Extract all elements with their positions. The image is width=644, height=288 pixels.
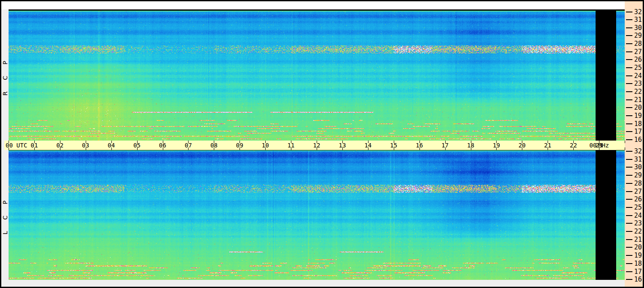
freq-tick-mark	[626, 223, 632, 224]
bottom-gutter	[1, 280, 625, 287]
freq-tick-mark	[626, 27, 632, 28]
hour-label: 15	[384, 142, 403, 149]
freq-tick-mark	[626, 99, 632, 100]
freq-tick-label: 25	[634, 204, 644, 211]
freq-tick-label: 17	[634, 268, 644, 276]
freq-tick-mark	[626, 115, 632, 116]
freq-tick-label: 27	[634, 48, 644, 56]
freq-tick-label: 25	[634, 64, 644, 72]
freq-tick-mark	[626, 191, 632, 192]
freq-tick-mark	[626, 215, 632, 216]
rcp-polarization-text: R C P	[2, 56, 9, 96]
freq-tick-mark	[626, 75, 632, 76]
hour-label: 01	[25, 142, 44, 149]
freq-tick-label: 24	[634, 212, 644, 219]
freq-tick-label: 30	[634, 163, 644, 171]
freq-tick-mark	[626, 279, 632, 280]
freq-tick-mark	[626, 131, 632, 132]
rcp-side-label: R C P	[1, 11, 9, 141]
freq-tick-label: 31	[634, 16, 644, 24]
freq-tick-mark	[626, 83, 632, 84]
freq-tick-mark	[626, 247, 632, 248]
hour-label: 20	[512, 142, 531, 149]
hour-label: 11	[282, 142, 300, 149]
freq-tick-mark	[626, 59, 632, 60]
freq-tick-mark	[626, 207, 632, 208]
freq-tick-mark	[626, 271, 632, 272]
freq-tick-mark	[626, 19, 632, 20]
mhz-unit-label: MHz	[598, 142, 624, 149]
freq-tick-label: 32	[634, 147, 644, 155]
hour-label: 14	[359, 142, 377, 149]
freq-tick-label: 28	[634, 180, 644, 187]
freq-tick-label: 31	[634, 156, 644, 163]
hour-label: 16	[410, 142, 429, 149]
hour-label: 10	[256, 142, 275, 149]
hour-label: 05	[128, 142, 147, 149]
freq-tick-mark	[626, 255, 632, 256]
hour-label: 08	[204, 142, 223, 149]
freq-tick-mark	[626, 123, 632, 124]
hour-label: 02	[51, 142, 69, 149]
freq-tick-label: 21	[634, 96, 644, 104]
freq-tick-label: 29	[634, 32, 644, 39]
hour-tick-mark	[625, 141, 625, 143]
lcp-spectrogram-canvas	[9, 150, 625, 280]
freq-tick-label: 16	[634, 136, 644, 144]
freq-tick-label: 17	[634, 128, 644, 135]
freq-tick-mark	[626, 263, 632, 264]
freq-tick-label: 28	[634, 40, 644, 48]
freq-tick-label: 22	[634, 228, 644, 235]
freq-tick-label: 22	[634, 88, 644, 96]
freq-tick-label: 20	[634, 243, 644, 251]
freq-tick-mark	[626, 183, 632, 184]
hour-label: 22	[564, 142, 583, 149]
rcp-spectrogram-canvas	[9, 11, 625, 141]
freq-tick-label: 32	[634, 8, 644, 16]
freq-tick-mark	[626, 199, 632, 200]
freq-tick-mark	[626, 35, 632, 36]
freq-tick-mark	[626, 159, 632, 160]
freq-tick-label: 18	[634, 260, 644, 267]
freq-tick-mark	[626, 91, 632, 92]
freq-tick-label: 16	[634, 276, 644, 283]
frequency-axis-panel: 3231302928272625242322212019181716323130…	[625, 1, 643, 287]
freq-tick-label: 20	[634, 104, 644, 111]
freq-tick-label: 29	[634, 171, 644, 179]
hour-label: 04	[102, 142, 121, 149]
freq-tick-label: 19	[634, 112, 644, 120]
freq-tick-mark	[626, 139, 632, 140]
freq-tick-mark	[626, 175, 632, 176]
freq-tick-label: 26	[634, 195, 644, 203]
freq-tick-label: 24	[634, 72, 644, 80]
lcp-side-label: L C P	[1, 150, 9, 280]
freq-tick-mark	[626, 67, 632, 68]
hour-label: 12	[307, 142, 326, 149]
freq-tick-label: 21	[634, 236, 644, 243]
hour-label: 13	[333, 142, 352, 149]
hour-label: 06	[153, 142, 172, 149]
title-bar: AJ4CO Observatory 25 Jul 2015 - DPS on T…	[1, 1, 625, 9]
freq-tick-mark	[626, 107, 632, 108]
hour-tick-mark	[625, 147, 625, 150]
freq-tick-label: 23	[634, 219, 644, 227]
hour-label: 03	[76, 142, 95, 149]
hour-label: 09	[230, 142, 249, 149]
freq-tick-label: 18	[634, 120, 644, 128]
hour-label: 17	[436, 142, 455, 149]
freq-tick-mark	[626, 167, 632, 168]
freq-tick-label: 23	[634, 80, 644, 87]
hour-label: 19	[487, 142, 506, 149]
freq-tick-label: 26	[634, 56, 644, 63]
hour-label: 21	[538, 142, 557, 149]
time-axis-band: 00 UTC0102030405060708091011121314151617…	[4, 141, 625, 150]
hour-label: 18	[461, 142, 480, 149]
hour-label: 07	[179, 142, 198, 149]
freq-tick-mark	[626, 231, 632, 232]
freq-tick-label: 19	[634, 252, 644, 259]
freq-tick-label: 27	[634, 188, 644, 195]
freq-tick-mark	[626, 239, 632, 240]
freq-tick-mark	[626, 51, 632, 52]
freq-tick-mark	[626, 151, 632, 152]
freq-tick-label: 30	[634, 24, 644, 32]
